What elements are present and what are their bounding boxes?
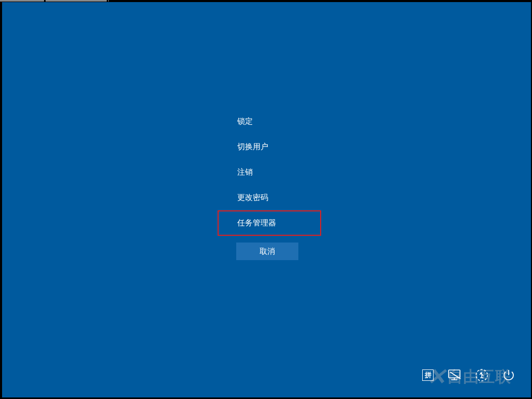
ime-label: 拼 (425, 370, 432, 380)
top-edge-segment (108, 0, 109, 2)
top-edge-segment (0, 0, 44, 2)
top-edge-segment (46, 0, 107, 2)
bottom-right-tray: 拼 (421, 368, 515, 382)
ime-icon[interactable]: 拼 (421, 368, 435, 382)
network-icon[interactable] (448, 368, 462, 382)
menu-item-label: 更改密码 (237, 193, 268, 202)
menu-item-switch-user[interactable]: 切换用户 (218, 134, 321, 160)
security-options-screen: 锁定 切换用户 注销 更改密码 任务管理器 取消 ✕ 自由互联 拼 (2, 2, 531, 397)
menu-item-label: 注销 (237, 167, 253, 176)
security-options-menu: 锁定 切换用户 注销 更改密码 任务管理器 (218, 109, 321, 236)
svg-rect-0 (449, 370, 460, 378)
ime-icon-box: 拼 (422, 369, 434, 381)
menu-item-label: 切换用户 (237, 142, 268, 151)
window-top-edge (0, 0, 109, 2)
menu-item-lock[interactable]: 锁定 (218, 109, 321, 134)
menu-item-label: 锁定 (237, 117, 253, 125)
ease-of-access-icon[interactable] (475, 368, 488, 382)
menu-item-sign-out[interactable]: 注销 (218, 160, 321, 185)
menu-item-label: 任务管理器 (237, 218, 276, 227)
menu-item-change-password[interactable]: 更改密码 (218, 185, 321, 210)
menu-item-task-manager[interactable]: 任务管理器 (218, 210, 321, 236)
cancel-button[interactable]: 取消 (236, 243, 298, 260)
power-icon[interactable] (502, 368, 515, 382)
cancel-button-label: 取消 (260, 247, 275, 256)
